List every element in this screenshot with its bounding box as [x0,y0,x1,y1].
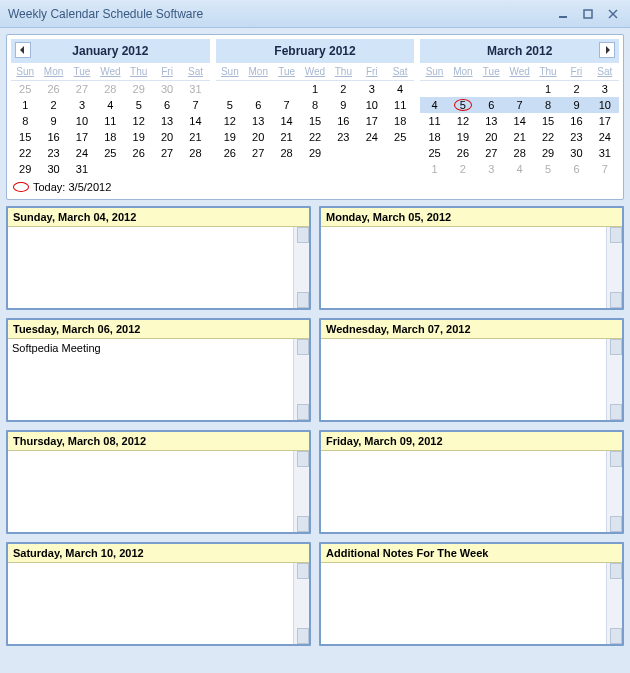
day-cell[interactable]: 15 [11,129,39,145]
day-cell[interactable]: 16 [39,129,67,145]
day-textarea[interactable] [8,451,293,532]
day-cell[interactable]: 17 [591,113,619,129]
day-cell[interactable]: 3 [68,97,96,113]
day-cell[interactable]: 30 [153,81,181,97]
day-cell[interactable]: 19 [125,129,153,145]
day-cell[interactable]: 28 [181,145,209,161]
day-textarea[interactable] [321,451,606,532]
day-cell[interactable]: 31 [181,81,209,97]
day-cell[interactable]: 11 [386,97,414,113]
day-cell[interactable]: 13 [153,113,181,129]
day-cell[interactable]: 4 [96,97,124,113]
day-cell[interactable]: 29 [301,145,329,161]
day-cell[interactable]: 1 [11,97,39,113]
close-button[interactable] [602,6,624,22]
day-cell[interactable]: 21 [181,129,209,145]
day-cell[interactable]: 5 [125,97,153,113]
day-cell[interactable]: 30 [562,145,590,161]
day-cell[interactable]: 19 [216,129,244,145]
day-cell[interactable]: 23 [562,129,590,145]
day-cell[interactable]: 22 [11,145,39,161]
day-cell[interactable]: 5 [449,97,477,113]
scrollbar[interactable] [606,339,622,420]
scrollbar[interactable] [293,563,309,644]
day-cell[interactable]: 6 [244,97,272,113]
day-textarea[interactable] [321,227,606,308]
day-cell[interactable]: 2 [329,81,357,97]
month-header[interactable]: January 2012 [11,39,210,63]
scrollbar[interactable] [293,339,309,420]
day-cell[interactable]: 16 [562,113,590,129]
month-header[interactable]: February 2012 [216,39,415,63]
day-cell[interactable]: 2 [562,81,590,97]
day-cell[interactable]: 11 [96,113,124,129]
day-textarea[interactable] [321,563,606,644]
day-cell[interactable]: 2 [449,161,477,177]
day-cell[interactable]: 8 [11,113,39,129]
today-indicator[interactable]: Today: 3/5/2012 [11,177,619,195]
day-cell[interactable]: 27 [153,145,181,161]
scrollbar[interactable] [293,451,309,532]
day-cell[interactable]: 26 [39,81,67,97]
day-cell[interactable]: 16 [329,113,357,129]
day-cell[interactable]: 21 [272,129,300,145]
day-cell[interactable]: 4 [505,161,533,177]
day-cell[interactable]: 7 [181,97,209,113]
day-cell[interactable]: 25 [420,145,448,161]
maximize-button[interactable] [577,6,599,22]
day-cell[interactable]: 6 [562,161,590,177]
day-cell[interactable]: 14 [181,113,209,129]
day-cell[interactable]: 9 [562,97,590,113]
scrollbar[interactable] [606,451,622,532]
day-cell[interactable]: 4 [420,97,448,113]
next-month-button[interactable] [599,42,615,58]
day-cell[interactable]: 4 [386,81,414,97]
day-cell[interactable]: 5 [534,161,562,177]
day-cell[interactable]: 23 [329,129,357,145]
prev-month-button[interactable] [15,42,31,58]
day-cell[interactable]: 24 [68,145,96,161]
day-cell[interactable]: 27 [68,81,96,97]
day-cell[interactable]: 8 [301,97,329,113]
day-textarea[interactable] [8,563,293,644]
day-cell[interactable]: 7 [505,97,533,113]
day-cell[interactable]: 26 [449,145,477,161]
scrollbar[interactable] [606,563,622,644]
day-cell[interactable]: 29 [11,161,39,177]
day-cell[interactable]: 18 [96,129,124,145]
scrollbar[interactable] [606,227,622,308]
day-cell[interactable]: 3 [477,161,505,177]
day-cell[interactable]: 22 [534,129,562,145]
day-cell[interactable]: 23 [39,145,67,161]
day-cell[interactable]: 13 [477,113,505,129]
day-cell[interactable]: 10 [591,97,619,113]
day-cell[interactable]: 21 [505,129,533,145]
day-cell[interactable]: 9 [39,113,67,129]
day-textarea[interactable] [8,227,293,308]
day-cell[interactable]: 17 [358,113,386,129]
day-cell[interactable]: 7 [272,97,300,113]
day-cell[interactable]: 1 [420,161,448,177]
day-cell[interactable]: 24 [591,129,619,145]
day-cell[interactable]: 30 [39,161,67,177]
day-cell[interactable]: 19 [449,129,477,145]
day-cell[interactable]: 15 [534,113,562,129]
day-cell[interactable]: 26 [125,145,153,161]
day-cell[interactable]: 2 [39,97,67,113]
day-cell[interactable]: 18 [386,113,414,129]
day-cell[interactable]: 11 [420,113,448,129]
day-cell[interactable]: 3 [358,81,386,97]
day-cell[interactable]: 13 [244,113,272,129]
day-cell[interactable]: 22 [301,129,329,145]
day-cell[interactable]: 20 [153,129,181,145]
day-cell[interactable]: 25 [96,145,124,161]
day-cell[interactable]: 31 [68,161,96,177]
day-cell[interactable]: 14 [505,113,533,129]
day-cell[interactable]: 12 [125,113,153,129]
day-cell[interactable]: 6 [477,97,505,113]
day-cell[interactable]: 7 [591,161,619,177]
minimize-button[interactable] [552,6,574,22]
day-cell[interactable]: 5 [216,97,244,113]
day-cell[interactable]: 28 [505,145,533,161]
day-cell[interactable]: 29 [125,81,153,97]
